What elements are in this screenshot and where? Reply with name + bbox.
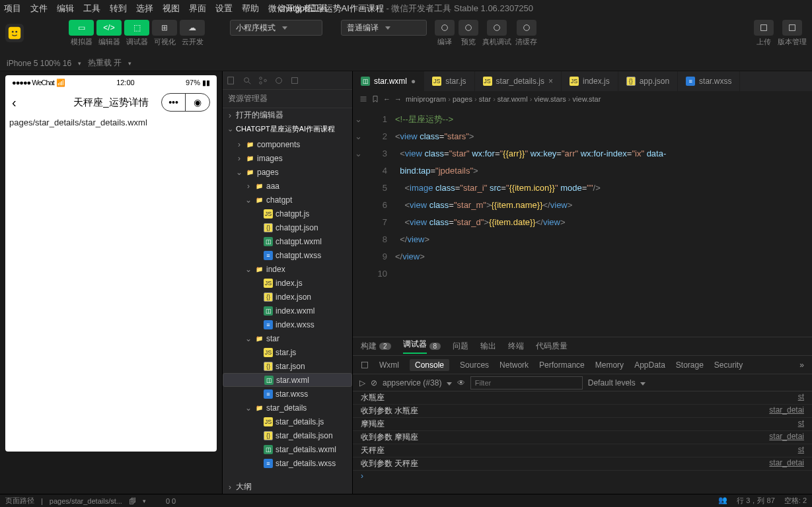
devtab-AppData[interactable]: AppData [634, 360, 665, 370]
menu-编辑[interactable]: 编辑 [57, 3, 74, 15]
tree-index[interactable]: ⌄📁index [223, 262, 352, 276]
tree-star_details.wxml[interactable]: ◫star_details.wxml [223, 442, 352, 456]
mode-select[interactable]: 小程序模式 [230, 20, 322, 36]
debugger-button[interactable]: ⬚ [124, 20, 149, 36]
compile-select[interactable]: 普通编译 [341, 20, 427, 36]
log-source[interactable]: st [798, 392, 804, 403]
files-icon[interactable] [227, 76, 236, 85]
visual-button[interactable]: ⊞ [152, 20, 177, 36]
tab-star.wxml[interactable]: ◫star.wxml● [353, 71, 424, 91]
outline-section[interactable]: ›大纲 [223, 480, 352, 494]
levels-select[interactable]: Default levels [588, 378, 646, 388]
tree-chatgpt.wxml[interactable]: ◫chatgpt.wxml [223, 234, 352, 248]
capsule-close-button[interactable]: ◉ [186, 94, 209, 111]
log-source[interactable]: star_detai [769, 458, 804, 469]
menu-工具[interactable]: 工具 [83, 3, 100, 15]
version-button[interactable] [782, 20, 802, 36]
hot-reload-toggle[interactable]: 热重载 开 [88, 57, 122, 69]
debug-icon[interactable] [274, 76, 283, 85]
cursor-position[interactable]: 行 3，列 87 [737, 496, 774, 506]
log-source[interactable]: star_detai [769, 432, 804, 443]
menu-转到[interactable]: 转到 [110, 3, 127, 15]
play-icon[interactable]: ▷ [359, 378, 365, 388]
tree-star[interactable]: ⌄📁star [223, 331, 352, 345]
menu-选择[interactable]: 选择 [136, 3, 153, 15]
compile-button[interactable] [435, 20, 455, 36]
clear-icon[interactable]: ⊘ [371, 378, 377, 388]
tree-chatgpt.json[interactable]: {}chatgpt.json [223, 220, 352, 234]
tree-chatgpt.wxss[interactable]: ≡chatgpt.wxss [223, 248, 352, 262]
tab-index.js[interactable]: JSindex.js [562, 71, 618, 91]
panel-tab-输出[interactable]: 输出 [480, 341, 496, 352]
upload-button[interactable] [754, 20, 774, 36]
preview-button[interactable] [459, 20, 478, 36]
devtab-Storage[interactable]: Storage [676, 360, 704, 370]
tree-star_details.wxss[interactable]: ≡star_details.wxss [223, 456, 352, 470]
devtab-Security[interactable]: Security [714, 360, 743, 370]
tree-index.wxss[interactable]: ≡index.wxss [223, 318, 352, 331]
copy-icon[interactable]: 🗐 [129, 497, 136, 505]
list-icon[interactable] [359, 95, 367, 103]
tree-index.wxml[interactable]: ◫index.wxml [223, 304, 352, 318]
tree-index.json[interactable]: {}index.json [223, 290, 352, 304]
simulator-button[interactable]: ▭ [69, 20, 94, 36]
bookmark-icon[interactable] [371, 95, 379, 103]
search-icon[interactable] [242, 76, 252, 85]
cache-button[interactable] [517, 20, 536, 36]
extension-icon[interactable] [290, 76, 299, 85]
tree-aaa[interactable]: ›📁aaa [223, 179, 352, 193]
crumb-view.stars[interactable]: view.stars [535, 95, 566, 103]
problems-count[interactable]: 0 0 [166, 497, 176, 505]
inspect-icon[interactable] [361, 361, 369, 369]
menu-视图[interactable]: 视图 [163, 3, 180, 15]
panel-tab-调试器[interactable]: 调试器8 [403, 339, 441, 354]
menu-文件[interactable]: 文件 [30, 3, 48, 15]
cloud-button[interactable]: ☁ [180, 20, 205, 36]
eye-icon[interactable]: 👁 [457, 378, 465, 388]
tab-star.js[interactable]: JSstar.js [424, 71, 474, 91]
tree-index.js[interactable]: JSindex.js [223, 276, 352, 290]
context-select[interactable]: appservice (#38) [383, 378, 452, 388]
crumb-miniprogram[interactable]: miniprogram [406, 95, 446, 103]
tree-star.js[interactable]: JSstar.js [223, 345, 352, 359]
tree-star_details.js[interactable]: JSstar_details.js [223, 415, 352, 428]
devtab-Sources[interactable]: Sources [460, 360, 489, 370]
crumb-star.wxml[interactable]: star.wxml [498, 95, 528, 103]
devtab-Performance[interactable]: Performance [539, 360, 585, 370]
tree-star.wxss[interactable]: ≡star.wxss [223, 387, 352, 401]
tab-star_details.js[interactable]: JSstar_details.js× [475, 71, 562, 91]
panel-tab-代码质量[interactable]: 代码质量 [536, 341, 568, 352]
open-editors-section[interactable]: ›打开的编辑器 [223, 108, 352, 122]
current-path[interactable]: pages/star_details/st... [50, 497, 122, 505]
crumb-pages[interactable]: pages [453, 95, 472, 103]
remote-button[interactable] [487, 20, 507, 36]
device-select[interactable]: iPhone 5 100% 16 [7, 59, 71, 68]
editor-button[interactable]: </> [96, 20, 122, 36]
tree-images[interactable]: ›📁images [223, 151, 352, 165]
panel-tab-构建[interactable]: 构建2 [361, 341, 391, 352]
menu-设置[interactable]: 设置 [215, 3, 233, 15]
tab-star.wxss[interactable]: ≡star.wxss [678, 71, 740, 91]
code-editor[interactable]: ⌄⌄⌄ 12345678910 <!--星座运势--><view class="… [353, 107, 812, 337]
panel-tab-问题[interactable]: 问题 [453, 341, 468, 352]
friends-icon[interactable]: 👥 [718, 496, 727, 506]
panel-tab-终端[interactable]: 终端 [508, 341, 524, 352]
back-button[interactable]: ‹ [12, 95, 17, 110]
close-icon[interactable]: × [548, 77, 553, 86]
branch-icon[interactable] [258, 76, 268, 85]
devtab-Console[interactable]: Console [410, 359, 449, 371]
tab-app.json[interactable]: {}app.json [618, 71, 678, 91]
devtab-Memory[interactable]: Memory [595, 360, 624, 370]
tree-star_details[interactable]: ⌄📁star_details [223, 401, 352, 415]
nav-back[interactable]: ← [383, 95, 390, 103]
capsule-menu-button[interactable]: ••• [162, 94, 186, 111]
menu-帮助[interactable]: 帮助 [242, 3, 259, 15]
tree-pages[interactable]: ⌄📁pages [223, 165, 352, 179]
tree-chatgpt[interactable]: ⌄📁chatgpt [223, 193, 352, 207]
project-root[interactable]: ⌄CHATGPT星座运势AI作画课程 [223, 122, 352, 136]
log-source[interactable]: st [798, 445, 804, 456]
devtab-Network[interactable]: Network [499, 360, 529, 370]
log-source[interactable]: st [798, 419, 804, 430]
avatar[interactable] [5, 24, 24, 42]
crumb-star[interactable]: star [479, 95, 491, 103]
